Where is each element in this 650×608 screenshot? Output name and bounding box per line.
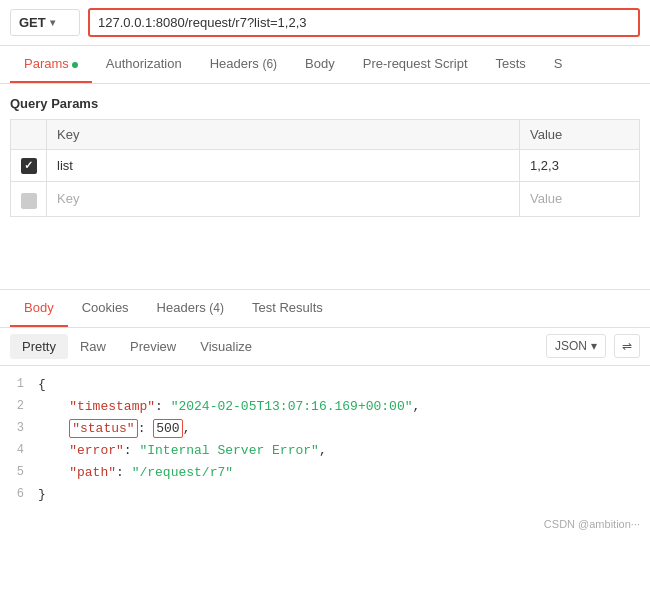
value-col-header: Value bbox=[520, 120, 640, 150]
json-line-3: 3 "status": 500, bbox=[10, 418, 640, 440]
row2-key[interactable]: Key bbox=[47, 181, 520, 216]
response-tab-body-label: Body bbox=[24, 300, 54, 315]
tab-authorization[interactable]: Authorization bbox=[92, 46, 196, 83]
tab-prerequest-label: Pre-request Script bbox=[363, 56, 468, 71]
query-params-section: Query Params Key Value ✓ list 1,2,3 bbox=[0, 84, 650, 229]
subtab-raw[interactable]: Raw bbox=[68, 334, 118, 359]
tab-headers[interactable]: Headers (6) bbox=[196, 46, 291, 83]
line-number: 6 bbox=[10, 484, 38, 506]
json-key-timestamp: "timestamp": "2024-02-05T13:07:16.169+00… bbox=[38, 396, 420, 418]
tab-authorization-label: Authorization bbox=[106, 56, 182, 71]
row2-checkbox-cell[interactable] bbox=[11, 181, 47, 216]
line-number: 5 bbox=[10, 462, 38, 484]
row2-checkbox[interactable] bbox=[21, 193, 37, 209]
key-col-header: Key bbox=[47, 120, 520, 150]
response-tabs: Body Cookies Headers (4) Test Results bbox=[0, 289, 650, 328]
subtab-preview-label: Preview bbox=[130, 339, 176, 354]
subtab-pretty[interactable]: Pretty bbox=[10, 334, 68, 359]
query-params-title: Query Params bbox=[10, 96, 640, 111]
tab-params-label: Params bbox=[24, 56, 69, 71]
row1-value[interactable]: 1,2,3 bbox=[520, 150, 640, 182]
json-brace-open: { bbox=[38, 374, 46, 396]
params-table: Key Value ✓ list 1,2,3 bbox=[10, 119, 640, 217]
json-brace-close: } bbox=[38, 484, 46, 506]
json-key-error: "error": "Internal Server Error", bbox=[38, 440, 327, 462]
wrap-toggle-button[interactable]: ⇌ bbox=[614, 334, 640, 358]
format-select[interactable]: JSON ▾ bbox=[546, 334, 606, 358]
json-line-4: 4 "error": "Internal Server Error", bbox=[10, 440, 640, 462]
response-tab-test-results[interactable]: Test Results bbox=[238, 290, 337, 327]
method-select[interactable]: GET ▾ bbox=[10, 9, 80, 36]
subtab-raw-label: Raw bbox=[80, 339, 106, 354]
line-number: 3 bbox=[10, 418, 38, 440]
subtab-preview[interactable]: Preview bbox=[118, 334, 188, 359]
response-tab-headers-label: Headers (4) bbox=[157, 300, 224, 315]
tab-s-label: S bbox=[554, 56, 563, 71]
tab-body-label: Body bbox=[305, 56, 335, 71]
json-key-status: "status": 500, bbox=[38, 418, 190, 440]
row1-checkbox[interactable]: ✓ bbox=[21, 158, 37, 174]
row1-key[interactable]: list bbox=[47, 150, 520, 182]
row1-checkbox-cell[interactable]: ✓ bbox=[11, 150, 47, 182]
method-label: GET bbox=[19, 15, 46, 30]
response-tab-test-results-label: Test Results bbox=[252, 300, 323, 315]
tab-prerequest[interactable]: Pre-request Script bbox=[349, 46, 482, 83]
watermark: CSDN @ambition··· bbox=[0, 514, 650, 534]
format-label: JSON bbox=[555, 339, 587, 353]
spacer bbox=[0, 229, 650, 289]
json-line-2: 2 "timestamp": "2024-02-05T13:07:16.169+… bbox=[10, 396, 640, 418]
chevron-down-icon: ▾ bbox=[50, 17, 55, 28]
table-row: Key Value bbox=[11, 181, 640, 216]
tab-headers-label: Headers (6) bbox=[210, 56, 277, 71]
wrap-icon: ⇌ bbox=[622, 339, 632, 353]
checkbox-col-header bbox=[11, 120, 47, 150]
response-tab-body[interactable]: Body bbox=[10, 290, 68, 327]
table-row: ✓ list 1,2,3 bbox=[11, 150, 640, 182]
response-tab-cookies[interactable]: Cookies bbox=[68, 290, 143, 327]
tab-tests-label: Tests bbox=[496, 56, 526, 71]
response-tab-headers[interactable]: Headers (4) bbox=[143, 290, 238, 327]
json-body: 1 { 2 "timestamp": "2024-02-05T13:07:16.… bbox=[0, 366, 650, 515]
subtab-pretty-label: Pretty bbox=[22, 339, 56, 354]
url-bar: GET ▾ bbox=[0, 0, 650, 46]
subtab-visualize-label: Visualize bbox=[200, 339, 252, 354]
json-line-5: 5 "path": "/request/r7" bbox=[10, 462, 640, 484]
json-key-path: "path": "/request/r7" bbox=[38, 462, 233, 484]
tab-params[interactable]: Params bbox=[10, 46, 92, 83]
line-number: 2 bbox=[10, 396, 38, 418]
line-number: 4 bbox=[10, 440, 38, 462]
format-chevron-icon: ▾ bbox=[591, 339, 597, 353]
tab-tests[interactable]: Tests bbox=[482, 46, 540, 83]
subtab-visualize[interactable]: Visualize bbox=[188, 334, 264, 359]
checkmark-icon: ✓ bbox=[24, 159, 33, 172]
params-dot bbox=[72, 62, 78, 68]
line-number: 1 bbox=[10, 374, 38, 396]
tab-s[interactable]: S bbox=[540, 46, 577, 83]
json-line-1: 1 { bbox=[10, 374, 640, 396]
tab-body[interactable]: Body bbox=[291, 46, 349, 83]
json-line-6: 6 } bbox=[10, 484, 640, 506]
row2-value[interactable]: Value bbox=[520, 181, 640, 216]
request-tabs: Params Authorization Headers (6) Body Pr… bbox=[0, 46, 650, 84]
url-input[interactable] bbox=[88, 8, 640, 37]
response-tab-cookies-label: Cookies bbox=[82, 300, 129, 315]
body-subtabs: Pretty Raw Preview Visualize JSON ▾ ⇌ bbox=[0, 328, 650, 366]
